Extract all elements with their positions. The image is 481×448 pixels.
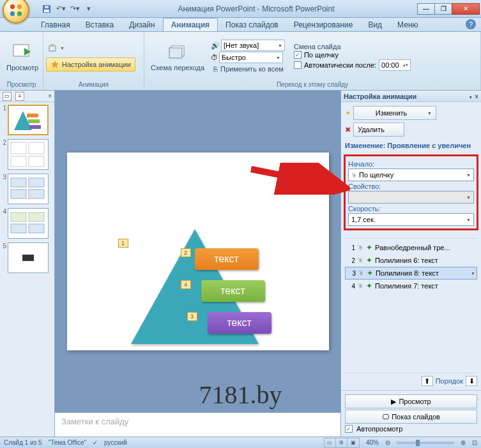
redo-icon[interactable]: ↷▾	[69, 3, 80, 15]
sorter-view-button[interactable]: ⊞	[336, 438, 347, 447]
slide-canvas[interactable]: текст текст текст 1 2 4 3	[55, 91, 340, 412]
slide-edit-area: текст текст текст 1 2 4 3 7181.by Заметк…	[55, 91, 340, 437]
slide-thumbnail-4[interactable]	[8, 208, 49, 239]
anim-tag-4[interactable]: 4	[181, 280, 191, 289]
tab-design[interactable]: Дизайн	[121, 19, 162, 31]
text-box-1[interactable]: текст	[195, 248, 259, 270]
mouse-icon: 🖱	[358, 257, 363, 264]
svg-rect-6	[45, 6, 49, 8]
svg-rect-12	[169, 48, 182, 58]
anim-tag-3[interactable]: 3	[187, 312, 197, 321]
delete-effect-button[interactable]: Удалить	[353, 123, 404, 137]
language-status[interactable]: русский	[104, 439, 127, 446]
text-box-2[interactable]: текст	[201, 280, 265, 302]
undo-icon[interactable]: ↶▾	[55, 3, 66, 15]
save-icon[interactable]	[41, 3, 52, 15]
effect-change-header: Изменение: Проявление с увеличен	[345, 139, 477, 151]
item-menu-icon[interactable]: ▼	[471, 271, 475, 276]
anim-tag-1[interactable]: 1	[118, 239, 128, 248]
slideshow-view-button[interactable]: ▣	[347, 438, 359, 447]
watermark-text: 7181.by	[0, 380, 481, 410]
animation-list: 1🖱✦Равнобедренный тре... 2🖱✦Полилиния 6:…	[345, 238, 477, 370]
notes-pane[interactable]: Заметки к слайду	[55, 412, 340, 437]
spellcheck-icon[interactable]: ✓	[93, 439, 98, 446]
zoom-out-button[interactable]: ⊖	[385, 439, 390, 446]
smartart-pyramid[interactable]: текст текст текст 1 2 4 3	[112, 229, 291, 357]
minimize-button[interactable]: —	[417, 3, 435, 15]
tab-animation[interactable]: Анимация	[163, 18, 218, 31]
svg-point-0	[10, 4, 15, 8]
start-dropdown[interactable]: 🖱 По щелчку▼	[348, 168, 474, 181]
task-pane-menu-icon[interactable]: ▼	[468, 95, 473, 100]
zoom-in-button[interactable]: ⊕	[461, 439, 466, 446]
svg-rect-28	[29, 224, 44, 233]
anim-tag-2[interactable]: 2	[181, 248, 191, 257]
group-transition-label: Переход к этому слайду	[147, 80, 478, 89]
slide-thumbnail-1[interactable]	[8, 105, 49, 135]
svg-rect-17	[11, 142, 26, 154]
highlighted-settings-box: Начало: 🖱 По щелчку▼ Свойство: ▼ Скорост…	[344, 154, 478, 230]
preview-button[interactable]: Просмотр	[3, 41, 42, 73]
custom-animation-button[interactable]: Настройка анимации	[46, 57, 135, 71]
property-label: Свойство:	[348, 183, 474, 190]
mouse-icon: 🖱	[358, 270, 364, 276]
delete-icon: ✖	[345, 126, 351, 134]
zoom-percent[interactable]: 40%	[366, 439, 379, 446]
animation-item-3[interactable]: 3🖱✦Полилиния 8: текст▼	[345, 267, 477, 280]
preview-icon	[12, 42, 33, 63]
tab-insert[interactable]: Вставка	[78, 19, 122, 31]
start-label: Начало:	[348, 160, 474, 168]
transition-speed-dropdown[interactable]: Быстро▼	[219, 52, 283, 63]
close-button[interactable]: ✕	[452, 3, 480, 15]
fit-window-button[interactable]: ⊡	[472, 439, 477, 446]
svg-rect-9	[49, 46, 56, 51]
window-title: Анимация PowerPoint - Microsoft PowerPoi…	[95, 4, 418, 13]
current-slide[interactable]: текст текст текст 1 2 4 3	[67, 153, 329, 350]
star-icon: ✦	[366, 281, 372, 290]
tab-menu[interactable]: Меню	[390, 19, 425, 31]
svg-rect-19	[11, 156, 26, 167]
slide-thumbnail-5[interactable]	[8, 243, 49, 273]
outline-tab-icon[interactable]: ≡	[15, 92, 24, 101]
add-effect-icon: ✦	[345, 109, 351, 117]
property-dropdown: ▼	[348, 191, 474, 204]
help-icon[interactable]: ?	[466, 19, 476, 29]
svg-rect-24	[29, 190, 44, 198]
autopreview-checkbox[interactable]: ✓	[345, 425, 353, 433]
svg-rect-26	[29, 213, 44, 221]
close-task-pane-icon[interactable]: ×	[475, 93, 478, 100]
apply-to-all-button[interactable]: ⎘Применить ко всем	[211, 64, 286, 74]
window-controls: — ❐ ✕	[418, 3, 480, 15]
animation-item-1[interactable]: 1🖱✦Равнобедренный тре...	[345, 241, 477, 254]
svg-rect-18	[29, 142, 44, 154]
slides-tab-icon[interactable]: ▭	[3, 92, 11, 101]
speed-dropdown[interactable]: 1,7 сек.▼	[348, 213, 474, 226]
svg-rect-22	[29, 178, 44, 187]
slide-number-status: Слайд 1 из 5	[4, 439, 42, 446]
slide-thumbnail-3[interactable]	[8, 174, 49, 204]
tab-home[interactable]: Главная	[33, 19, 78, 31]
auto-after-time[interactable]: 00:00▴▾	[379, 59, 411, 71]
transition-sound-dropdown[interactable]: [Нет звука]▼	[221, 40, 285, 51]
text-box-3[interactable]: текст	[208, 312, 271, 334]
svg-rect-21	[11, 178, 26, 187]
on-click-checkbox[interactable]: ✓	[294, 51, 302, 59]
tab-view[interactable]: Вид	[360, 19, 390, 31]
tab-slideshow[interactable]: Показ слайдов	[218, 19, 286, 31]
maximize-button[interactable]: ❐	[434, 3, 452, 15]
slide-thumbnail-2[interactable]	[8, 139, 49, 170]
normal-view-button[interactable]: ▭	[324, 438, 336, 447]
star-icon: ✦	[366, 256, 372, 265]
auto-after-checkbox[interactable]	[294, 61, 302, 69]
slideshow-button[interactable]: 🖵Показ слайдов	[345, 410, 477, 424]
tab-review[interactable]: Рецензирование	[286, 19, 361, 31]
change-effect-button[interactable]: Изменить▼	[353, 106, 436, 120]
zoom-slider[interactable]	[397, 442, 454, 444]
animation-item-2[interactable]: 2🖱✦Полилиния 6: текст	[345, 254, 477, 267]
qat-dropdown-icon[interactable]: ▾	[83, 3, 95, 15]
animation-item-4[interactable]: 4🖱✦Полилиния 7: текст	[345, 280, 477, 292]
close-thumbnails-icon[interactable]: ×	[48, 93, 52, 100]
transition-scheme-button[interactable]: Схема перехода	[147, 41, 208, 73]
svg-point-1	[17, 4, 22, 8]
animate-dropdown[interactable]: ▼	[46, 42, 135, 54]
